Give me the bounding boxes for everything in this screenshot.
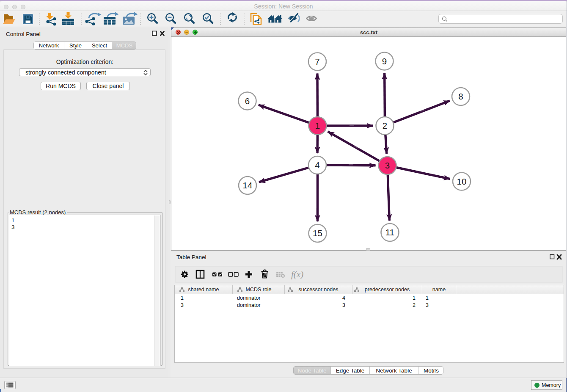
svg-text:14: 14 (243, 180, 253, 190)
svg-text:11: 11 (385, 227, 394, 237)
svg-text:7: 7 (315, 57, 319, 66)
svg-text:4: 4 (315, 160, 319, 170)
svg-text:2: 2 (383, 121, 387, 130)
svg-text:15: 15 (313, 228, 322, 238)
svg-text:f(x): f(x) (291, 269, 303, 279)
svg-text:6: 6 (245, 96, 250, 106)
svg-text:10: 10 (457, 177, 467, 186)
svg-text:3: 3 (385, 160, 390, 170)
svg-text:9: 9 (382, 56, 387, 66)
svg-text:8: 8 (458, 91, 463, 101)
svg-text:1: 1 (315, 121, 320, 130)
